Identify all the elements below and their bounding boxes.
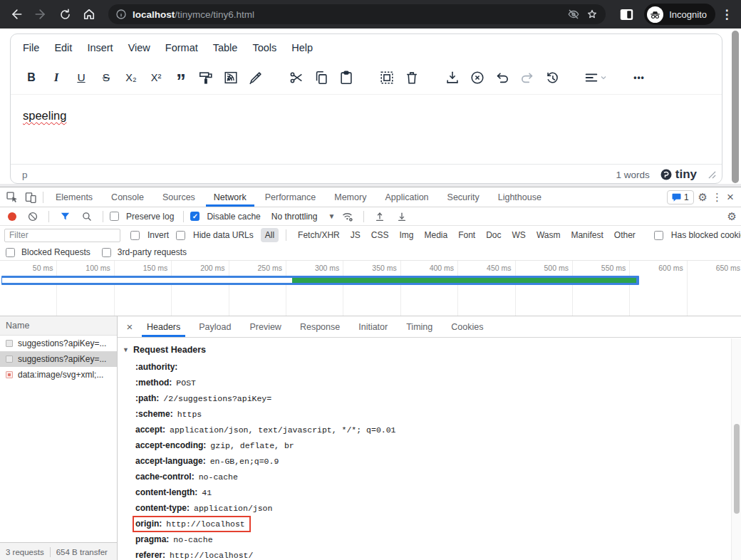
detail-scrollbar[interactable] xyxy=(731,338,741,560)
has-blocked-cookies-label[interactable]: Has blocked cookies xyxy=(671,230,741,240)
request-row[interactable]: suggestions?apiKey=... xyxy=(0,336,117,351)
disable-cache-checkbox[interactable] xyxy=(190,212,200,221)
third-party-requests-label[interactable]: 3rd-party requests xyxy=(118,247,187,257)
devtools-settings-icon[interactable]: ⚙ xyxy=(698,192,708,202)
menu-item[interactable]: Insert xyxy=(87,42,113,53)
filter-chip-all[interactable]: All xyxy=(261,228,279,242)
clear-network-icon[interactable] xyxy=(24,208,42,225)
tiny-logo[interactable]: tiny xyxy=(660,167,697,182)
devtools-tab[interactable]: Console xyxy=(102,187,153,207)
menu-item[interactable]: View xyxy=(128,42,150,53)
filter-chip[interactable]: Other xyxy=(610,228,640,242)
filter-chip[interactable]: Img xyxy=(395,228,418,242)
menu-item[interactable]: Tools xyxy=(252,42,276,53)
menu-item[interactable]: Help xyxy=(291,42,313,53)
network-overview-timeline[interactable]: 50 ms100 ms150 ms200 ms250 ms300 ms350 m… xyxy=(0,261,741,316)
third-party-requests-checkbox[interactable] xyxy=(102,248,111,257)
filter-chip[interactable]: Fetch/XHR xyxy=(294,228,344,242)
cut-icon[interactable] xyxy=(287,68,306,87)
detail-tab[interactable]: Timing xyxy=(397,316,442,337)
permanent-pen-icon[interactable] xyxy=(247,68,265,87)
devtools-tab[interactable]: Lighthouse xyxy=(489,187,551,207)
search-icon[interactable] xyxy=(78,208,96,225)
misspelled-word[interactable]: speeling xyxy=(23,109,66,122)
forward-button[interactable] xyxy=(30,4,51,25)
word-count[interactable]: 1 words xyxy=(616,170,649,180)
undo-icon[interactable] xyxy=(493,68,512,87)
detail-tab[interactable]: Headers xyxy=(138,316,190,337)
underline-button[interactable]: U xyxy=(72,68,90,87)
italic-button[interactable]: I xyxy=(47,68,66,87)
request-headers-section[interactable]: ▼ Request Headers xyxy=(123,345,727,355)
record-button[interactable] xyxy=(8,212,16,221)
home-button[interactable] xyxy=(78,4,100,25)
bookmark-star-icon[interactable] xyxy=(586,8,598,21)
filter-chip[interactable]: Wasm xyxy=(532,228,565,242)
filter-toggle-icon[interactable] xyxy=(56,208,74,225)
delete-icon[interactable] xyxy=(403,68,421,87)
invert-label[interactable]: Invert xyxy=(147,230,169,240)
import-har-icon[interactable] xyxy=(370,208,389,225)
editor-content[interactable]: speeling xyxy=(11,94,722,164)
devtools-tab[interactable]: Sources xyxy=(153,187,204,207)
network-conditions-icon[interactable] xyxy=(338,208,357,225)
disclosure-triangle-icon[interactable]: ▼ xyxy=(123,346,129,353)
filter-chip[interactable]: Manifest xyxy=(566,228,607,242)
copy-icon[interactable] xyxy=(312,68,331,87)
devtools-close-icon[interactable]: × xyxy=(727,190,734,204)
name-column-header[interactable]: Name xyxy=(0,316,117,336)
detail-tab[interactable]: Cookies xyxy=(442,316,492,337)
devtools-tab[interactable]: Performance xyxy=(256,187,326,207)
devtools-menu-icon[interactable]: ⋮ xyxy=(712,192,722,202)
detail-tab[interactable]: Initiator xyxy=(349,316,397,337)
filter-chip[interactable]: Font xyxy=(454,228,480,242)
strikethrough-button[interactable]: S xyxy=(97,68,115,87)
devtools-tab[interactable]: Network xyxy=(204,187,256,207)
network-settings-icon[interactable]: ⚙ xyxy=(727,211,737,222)
back-button[interactable] xyxy=(6,4,27,25)
browser-menu-button[interactable]: ⋮ xyxy=(718,7,735,22)
filter-chip[interactable]: WS xyxy=(508,228,530,242)
image-frame-icon[interactable] xyxy=(222,68,240,87)
restore-draft-icon[interactable] xyxy=(543,68,561,87)
detail-close-icon[interactable]: × xyxy=(122,321,138,333)
blocked-requests-label[interactable]: Blocked Requests xyxy=(21,247,90,257)
align-dropdown[interactable] xyxy=(584,70,608,85)
throttling-select[interactable]: No throttling ▼ xyxy=(271,212,336,222)
has-blocked-cookies-checkbox[interactable] xyxy=(654,231,663,240)
devtools-tab[interactable]: Elements xyxy=(46,187,102,207)
menu-item[interactable]: Edit xyxy=(54,42,72,53)
superscript-button[interactable]: X² xyxy=(147,68,165,87)
export-har-icon[interactable] xyxy=(393,208,411,225)
request-row[interactable]: data:image/svg+xml;... xyxy=(0,367,117,383)
preserve-log-label[interactable]: Preserve log xyxy=(126,212,174,222)
invert-checkbox[interactable] xyxy=(130,231,140,240)
menu-item[interactable]: File xyxy=(23,42,39,53)
export-icon[interactable] xyxy=(443,68,462,87)
reload-button[interactable] xyxy=(54,4,76,25)
page-scrollbar[interactable] xyxy=(731,28,740,187)
blockquote-button[interactable]: ” xyxy=(172,68,190,87)
scrollbar-thumb[interactable] xyxy=(732,31,739,183)
redo-icon[interactable] xyxy=(518,68,537,87)
element-path[interactable]: p xyxy=(22,170,616,180)
select-all-icon[interactable] xyxy=(378,68,396,87)
side-panel-icon[interactable] xyxy=(614,4,638,25)
menu-item[interactable]: Format xyxy=(165,42,198,53)
subscript-button[interactable]: X₂ xyxy=(122,68,140,87)
filter-chip[interactable]: Media xyxy=(420,228,452,242)
issues-badge[interactable]: 1 xyxy=(667,190,694,204)
inspect-element-icon[interactable] xyxy=(3,189,21,206)
cancel-icon[interactable] xyxy=(468,68,487,87)
preserve-log-checkbox[interactable] xyxy=(110,212,119,221)
request-row[interactable]: suggestions?apiKey=... xyxy=(0,351,117,367)
preview-hidden-icon[interactable] xyxy=(567,8,580,21)
disable-cache-label[interactable]: Disable cache xyxy=(207,212,260,222)
format-painter-icon[interactable] xyxy=(197,68,215,87)
hide-data-urls-checkbox[interactable] xyxy=(176,231,185,240)
menu-item[interactable]: Table xyxy=(213,42,238,53)
detail-scrollbar-thumb[interactable] xyxy=(734,424,740,514)
site-info-icon[interactable] xyxy=(115,9,127,20)
blocked-requests-checkbox[interactable] xyxy=(6,248,15,257)
bold-button[interactable]: B xyxy=(22,68,41,87)
